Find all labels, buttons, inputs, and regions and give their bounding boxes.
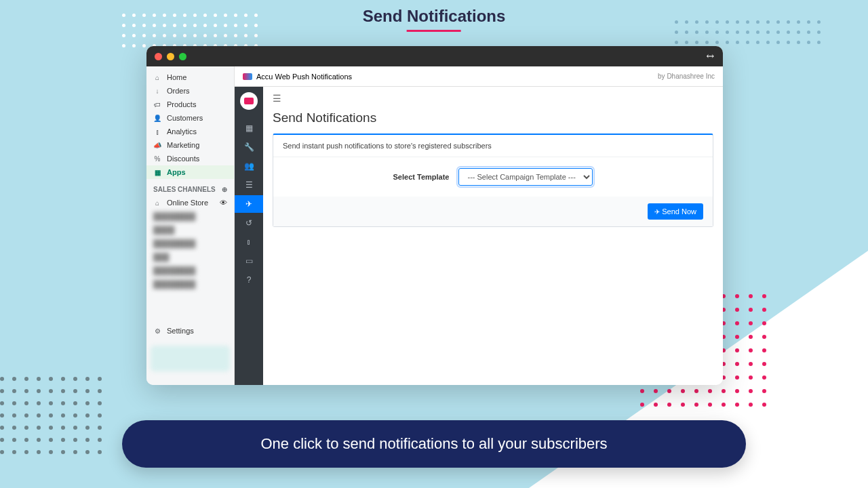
nav-settings[interactable]: ⚙Settings [146,324,234,338]
minimize-icon[interactable] [167,53,174,60]
nav-marketing[interactable]: 📣Marketing [146,138,234,152]
app-developer: by Dhanashree Inc [658,73,715,80]
marketing-icon: 📣 [153,141,161,149]
nav-online-store[interactable]: ⌂Online Store👁 [146,196,234,209]
side-list-icon[interactable]: ☰ [235,176,263,194]
nav-label: Marketing [167,141,199,149]
app-avatar-icon[interactable] [240,92,258,110]
orders-icon: ↓ [153,87,161,95]
home-icon: ⌂ [153,73,161,81]
page-title: Send Notifications [363,7,506,32]
traffic-lights [155,53,186,60]
nav-analytics[interactable]: ⫿Analytics [146,125,234,138]
blurred-item: ████ [146,223,234,237]
expand-icon[interactable]: ⤢ [704,49,717,63]
nav-discounts[interactable]: %Discounts [146,152,234,165]
app-title: Accu Web Push Notifications [256,73,352,81]
side-grid-icon[interactable]: ▦ [235,119,263,137]
maximize-icon[interactable] [179,53,186,60]
shopify-sidebar: ⌂Home ↓Orders 🏷Products 👤Customers ⫿Anal… [146,66,235,385]
side-send-icon[interactable]: ✈ [235,195,263,213]
side-card-icon[interactable]: ▭ [235,252,263,270]
nav-label: Discounts [167,155,199,163]
side-chart-icon[interactable]: ⫾ [235,233,263,251]
sales-channels-header: SALES CHANNELS⊕ [146,179,234,196]
nav-label: Analytics [167,127,197,136]
app-header: Accu Web Push Notifications by Dhanashre… [235,66,723,87]
side-group-icon[interactable]: 👥 [235,157,263,175]
store-icon: ⌂ [153,199,161,207]
white-dots-deco [122,14,258,47]
window-titlebar: ⤢ [146,46,723,66]
tagline-banner: One click to send notifications to all y… [122,420,746,468]
app-window: ⤢ ⌂Home ↓Orders 🏷Products 👤Customers ⫿An… [146,46,723,385]
blue-dots-deco [675,20,821,44]
blurred-item: ████████ [146,237,234,250]
close-icon[interactable] [155,53,162,60]
blurred-item: ███ [146,250,234,264]
nav-apps[interactable]: ▦Apps [146,165,234,179]
nav-label: Apps [167,168,186,176]
hamburger-icon[interactable]: ☰ [273,93,281,104]
customers-icon: 👤 [153,114,161,122]
template-form: Select Template --- Select Campaign Temp… [273,157,713,197]
app-logo-icon [243,73,252,80]
side-wrench-icon[interactable]: 🔧 [235,138,263,156]
side-help-icon[interactable]: ? [235,271,263,289]
template-select[interactable]: --- Select Campaign Template --- [458,168,593,186]
blurred-item: ████████ [146,209,234,223]
view-icon[interactable]: 👁 [220,199,227,207]
gear-icon: ⚙ [153,327,161,335]
nav-label: Home [167,73,186,81]
add-channel-icon[interactable]: ⊕ [222,186,227,193]
content-area: ☰ Send Notifications Send instant push n… [263,87,723,385]
discounts-icon: % [153,155,161,163]
app-sidebar: ▦ 🔧 👥 ☰ ✈ ↺ ⫾ ▭ ? [235,87,263,385]
card-description: Send instant push notifications to store… [273,135,713,157]
nav-home[interactable]: ⌂Home [146,70,234,84]
black-dots-deco [0,377,102,454]
nav-customers[interactable]: 👤Customers [146,111,234,125]
blurred-item: ████████ [146,277,234,291]
analytics-icon: ⫿ [153,127,161,136]
nav-orders[interactable]: ↓Orders [146,84,234,98]
nav-label: Online Store [167,199,208,207]
page-heading: Send Notifications [273,110,713,125]
nav-label: Orders [167,87,190,95]
nav-label: Products [167,100,196,108]
side-history-icon[interactable]: ↺ [235,214,263,232]
nav-label: Settings [167,327,194,335]
app-frame: Accu Web Push Notifications by Dhanashre… [235,66,723,385]
card-footer: Send Now [273,197,713,226]
nav-products[interactable]: 🏷Products [146,98,234,111]
nav-label: Customers [167,114,203,122]
send-card: Send instant push notifications to store… [273,134,713,227]
select-template-label: Select Template [393,173,450,181]
blurred-account [151,346,230,371]
products-icon: 🏷 [153,100,161,108]
send-now-button[interactable]: Send Now [648,203,703,220]
apps-icon: ▦ [153,168,161,176]
blurred-item: ████████ [146,264,234,277]
